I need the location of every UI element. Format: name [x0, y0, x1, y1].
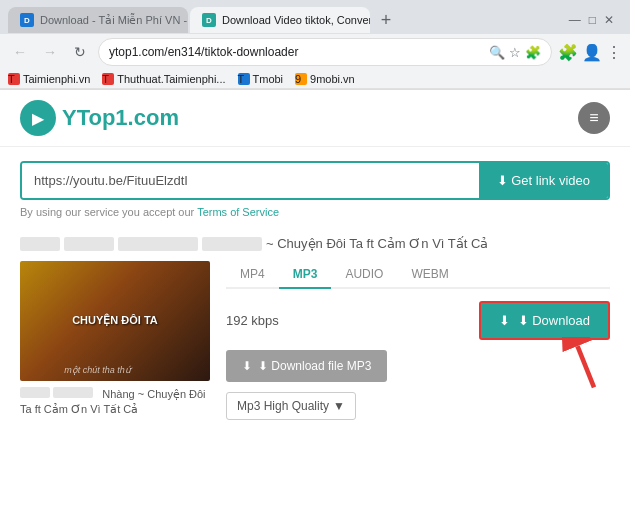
quality-label: 192 kbps: [226, 313, 469, 328]
bookmark-tmobi[interactable]: T Tmobi: [238, 73, 284, 85]
star-icon[interactable]: ☆: [509, 45, 521, 60]
format-tabs: MP4 MP3 AUDIO WEBM: [226, 261, 610, 289]
chevron-down-icon: ▼: [333, 399, 345, 413]
download-label: ⬇ Download: [518, 313, 590, 328]
title-blurred-4: [202, 237, 262, 251]
bookmark-9mobi[interactable]: 9 9mobi.vn: [295, 73, 355, 85]
site-header: ▶ YTop1.com ≡: [0, 90, 630, 147]
logo-icon: ▶: [20, 100, 56, 136]
thumbnail: CHUYỆN ĐÔI TA một chút tha thứ: [20, 261, 210, 381]
close-button[interactable]: ✕: [604, 13, 614, 27]
quality-select-label: Mp3 High Quality: [237, 399, 329, 413]
title-suffix: ~ Chuyện Đôi Ta ft Cảm Ơn Vì Tất Cả: [266, 236, 488, 251]
bookmark-label-2: Thuthuat.Taimienphi...: [117, 73, 225, 85]
bookmark-favicon-1: T: [8, 73, 20, 85]
get-link-button[interactable]: ⬇ Get link video: [479, 163, 608, 198]
thumbnail-subtitle: một chút tha thứ: [64, 365, 131, 375]
bookmark-label-1: Taimienphi.vn: [23, 73, 90, 85]
logo: ▶ YTop1.com: [20, 100, 179, 136]
address-text: ytop1.com/en314/tiktok-downloader: [109, 45, 483, 59]
bookmark-label-4: 9mobi.vn: [310, 73, 355, 85]
tab-2-label: Download Video tiktok, Conver...: [222, 14, 370, 26]
svg-line-1: [578, 346, 595, 387]
browser-menu-icons: 🧩 👤 ⋮: [558, 43, 622, 62]
tab-mp4[interactable]: MP4: [226, 261, 279, 289]
download-file-icon: ⬇: [242, 359, 252, 373]
thumb-caption: Nhàng ~ Chuyện Đôi Ta ft Cảm Ơn Vì Tất C…: [20, 387, 210, 418]
download-file-label: ⬇ Download file MP3: [258, 359, 371, 373]
url-input-row: ⬇ Get link video: [20, 161, 610, 200]
arrow-container: ⬇ ⬇ Download: [479, 301, 610, 340]
tab-2[interactable]: D Download Video tiktok, Conver... ✕: [190, 7, 370, 33]
bookmark-favicon-2: T: [102, 73, 114, 85]
address-bar-row: ← → ↻ ytop1.com/en314/tiktok-downloader …: [0, 34, 630, 70]
thumbnail-title: CHUYỆN ĐÔI TA: [64, 305, 166, 336]
tab-1-label: Download - Tải Miễn Phí VN - Ph...: [40, 14, 188, 27]
back-button[interactable]: ←: [8, 40, 32, 64]
address-bar[interactable]: ytop1.com/en314/tiktok-downloader 🔍 ☆ 🧩: [98, 38, 552, 66]
hamburger-icon: ≡: [589, 109, 598, 127]
extension-icon[interactable]: 🧩: [525, 45, 541, 60]
download-icon: ⬇: [499, 313, 510, 328]
bookmarks-bar: T Taimienphi.vn T Thuthuat.Taimienphi...…: [0, 70, 630, 89]
title-blurred-3: [118, 237, 198, 251]
hamburger-button[interactable]: ≡: [578, 102, 610, 134]
thumbnail-col: CHUYỆN ĐÔI TA một chút tha thứ Nhàng ~ C…: [20, 261, 210, 420]
window-controls: — □ ✕: [561, 13, 622, 27]
search-icon: 🔍: [489, 45, 505, 60]
forward-button[interactable]: →: [38, 40, 62, 64]
get-link-label: ⬇ Get link video: [497, 173, 590, 188]
new-tab-button[interactable]: +: [372, 6, 400, 34]
title-blurred: [20, 237, 60, 251]
tab-1-favicon: D: [20, 13, 34, 27]
download-button[interactable]: ⬇ ⬇ Download: [479, 301, 610, 340]
bookmark-favicon-3: T: [238, 73, 250, 85]
terms-link[interactable]: Terms of Service: [197, 206, 279, 218]
title-blurred-2: [64, 237, 114, 251]
terms-text: By using our service you accept our Term…: [20, 206, 610, 218]
extensions-icon[interactable]: 🧩: [558, 43, 578, 62]
bookmark-thuthuat[interactable]: T Thuthuat.Taimienphi...: [102, 73, 225, 85]
video-title-row: ~ Chuyện Đôi Ta ft Cảm Ơn Vì Tất Cả: [20, 236, 610, 251]
address-icons: 🔍 ☆ 🧩: [489, 45, 541, 60]
logo-text: YTop1.com: [62, 105, 179, 131]
bookmark-label-3: Tmobi: [253, 73, 284, 85]
bookmark-favicon-4: 9: [295, 73, 307, 85]
browser-chrome: D Download - Tải Miễn Phí VN - Ph... ✕ D…: [0, 0, 630, 90]
maximize-button[interactable]: □: [589, 13, 596, 27]
quality-select[interactable]: Mp3 High Quality ▼: [226, 392, 356, 420]
tab-mp3[interactable]: MP3: [279, 261, 332, 289]
url-section: ⬇ Get link video By using our service yo…: [0, 147, 630, 224]
tab-bar: D Download - Tải Miễn Phí VN - Ph... ✕ D…: [0, 0, 630, 34]
bookmark-taimienphi[interactable]: T Taimienphi.vn: [8, 73, 90, 85]
quality-select-row: Mp3 High Quality ▼: [226, 392, 610, 420]
minimize-button[interactable]: —: [569, 13, 581, 27]
url-input[interactable]: [22, 163, 479, 198]
page-content: ▶ YTop1.com ≡ ⬇ Get link video By using …: [0, 90, 630, 487]
download-col: MP4 MP3 AUDIO WEBM 192 kbps: [226, 261, 610, 420]
refresh-button[interactable]: ↻: [68, 40, 92, 64]
play-icon: ▶: [32, 109, 44, 128]
tab-2-favicon: D: [202, 13, 216, 27]
profile-icon[interactable]: 👤: [582, 43, 602, 62]
menu-icon[interactable]: ⋮: [606, 43, 622, 62]
quality-row: 192 kbps ⬇ ⬇ Download: [226, 301, 610, 340]
download-file-button[interactable]: ⬇ ⬇ Download file MP3: [226, 350, 387, 382]
red-arrow-icon: [550, 337, 605, 392]
video-section: ~ Chuyện Đôi Ta ft Cảm Ơn Vì Tất Cả CHUY…: [0, 224, 630, 432]
video-main-row: CHUYỆN ĐÔI TA một chút tha thứ Nhàng ~ C…: [20, 261, 610, 420]
tab-webm[interactable]: WEBM: [397, 261, 462, 289]
tab-1[interactable]: D Download - Tải Miễn Phí VN - Ph... ✕: [8, 7, 188, 33]
tab-audio[interactable]: AUDIO: [331, 261, 397, 289]
